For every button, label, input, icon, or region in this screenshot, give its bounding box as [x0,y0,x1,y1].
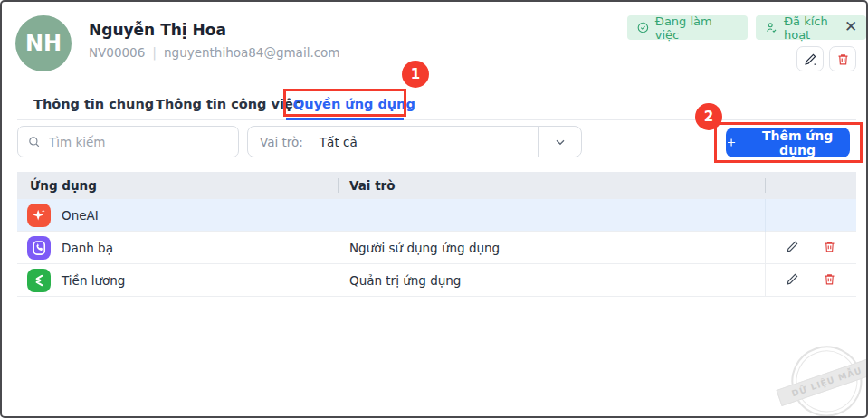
tab-thong-tin-cong-viec[interactable]: Thông tin công việc [156,89,300,119]
tabbar-divider [17,119,856,120]
status-badges: Đang làm việc Đã kích hoạt [627,15,866,40]
stamp-label: DỮ LIỆU MẪU [777,357,868,406]
app-name: Tiền lương [62,264,125,297]
annotation-box-step1 [283,89,406,117]
edit-employee-button[interactable] [796,46,824,71]
employee-name: Nguyễn Thị Hoa [89,21,226,39]
contacts-app-icon [27,236,51,260]
pencil-icon [786,272,799,286]
stamp-outer-ring [782,337,868,418]
check-circle-icon [636,21,650,34]
search-icon [27,135,41,148]
employee-detail-dialog: NH Nguyễn Thị Hoa NV00006 | nguyenthihoa… [0,0,868,418]
pencil-icon [804,52,817,66]
tab-thong-tin-chung[interactable]: Thông tin chung [33,89,154,119]
delete-row-button[interactable] [823,272,836,290]
table-header: Ứng dụng Vai trò [17,172,856,199]
sample-data-watermark: DỮ LIỆU MẪU [779,335,868,418]
edit-row-button[interactable] [786,272,799,290]
trash-icon [823,240,836,253]
user-check-icon [765,21,778,34]
pencil-icon [786,240,799,253]
stamp-inner-ring [787,342,865,418]
select-divider [538,127,539,157]
role-filter-value: Tất cả [308,135,358,149]
header-actions-divider [765,178,766,193]
row-actions [765,264,856,297]
chevron-down-icon[interactable] [553,135,568,149]
oneai-app-icon [27,204,51,227]
plus-icon [726,137,737,148]
row-actions [765,232,856,264]
salary-app-icon [27,269,51,292]
app-name: OneAI [62,199,99,232]
search-box [17,126,239,157]
delete-row-button[interactable] [823,240,836,257]
add-application-button[interactable]: Thêm ứng dụng [726,128,850,157]
avatar: NH [15,15,72,71]
annotation-badge-step2: 2 [695,103,722,130]
applications-table: Ứng dụng Vai trò OneAI D [17,172,856,297]
app-role: Quản trị ứng dụng [349,264,461,297]
active-tab-underline [286,118,404,120]
table-row[interactable]: Danh bạ Người sử dụng ứng dụng [17,232,856,264]
role-filter-select[interactable]: Vai trò: Tất cả [247,126,582,157]
employee-subline: NV00006 | nguyenthihoa84@gmail.com [89,45,340,60]
trash-icon [836,52,850,66]
header-column-divider [338,178,339,193]
annotation-badge-step1: 1 [402,61,429,88]
column-header-app: Ứng dụng [17,178,97,193]
row-actions [765,199,856,232]
app-role: Người sử dụng ứng dụng [349,232,500,264]
subline-separator: | [152,45,157,60]
column-header-role: Vai trò [349,178,396,193]
employee-code: NV00006 [89,45,145,60]
table-row[interactable]: Tiền lương Quản trị ứng dụng [17,264,856,297]
employee-email: nguyenthihoa84@gmail.com [164,45,340,60]
table-row[interactable]: OneAI [17,199,856,232]
app-name: Danh bạ [62,232,113,264]
status-badge-label: Đang làm việc [655,14,739,42]
status-badge-working: Đang làm việc [627,15,748,40]
edit-row-button[interactable] [786,240,799,257]
search-input[interactable] [49,135,229,149]
role-filter-label: Vai trò: [248,135,303,149]
close-icon[interactable]: ✕ [840,15,862,37]
trash-icon [823,272,836,286]
delete-employee-button[interactable] [829,46,856,71]
add-application-label: Thêm ứng dụng [745,128,850,157]
